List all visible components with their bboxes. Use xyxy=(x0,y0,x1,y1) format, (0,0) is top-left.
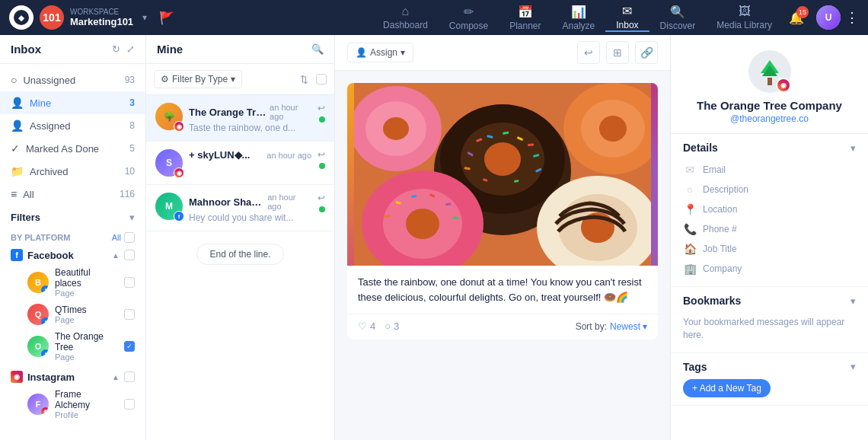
search-icon[interactable]: 🔍 xyxy=(311,43,324,55)
message-item-3[interactable]: M f Mahnoor Shamsi an hour ago Hey could… xyxy=(146,185,334,231)
refresh-icon[interactable]: ↻ xyxy=(112,43,120,55)
media-icon: 🖼 xyxy=(739,5,751,18)
sidebar-item-assigned[interactable]: 👤 Assigned 8 xyxy=(0,114,145,137)
orange-tree-checkbox[interactable]: ✓ xyxy=(124,341,135,352)
platform-all-checkbox[interactable]: All xyxy=(112,232,135,243)
all-checkbox[interactable] xyxy=(124,232,135,243)
link-button[interactable]: 🔗 xyxy=(635,41,658,64)
nav-inbox[interactable]: ✉ Inbox xyxy=(605,4,649,32)
discover-icon: 🔍 xyxy=(670,5,685,19)
details-title: Details xyxy=(683,142,718,154)
workspace-switcher[interactable]: 101 WORKSPACE Marketing101 ▾ xyxy=(40,5,147,30)
msg-time-2: an hour ago xyxy=(266,151,311,160)
nav-media[interactable]: 🖼 Media Library xyxy=(706,5,783,30)
msg-name-1: The Orange Tree... xyxy=(189,107,270,118)
page-qtimes[interactable]: Q f QTimes Page xyxy=(11,301,135,328)
fb-badge: f xyxy=(41,285,49,293)
page-frame-alchemy[interactable]: F ◉ Frame Alchemy Profile xyxy=(11,386,135,422)
reply-icon-3: ↩ xyxy=(318,193,325,203)
message-item-1[interactable]: 🌳 ◉ The Orange Tree... an hour ago Taste… xyxy=(146,95,334,142)
platform-group-instagram: ◉ Instagram ▲ F ◉ Frame Alchemy Profile xyxy=(11,368,135,422)
reply-button[interactable]: ↩ xyxy=(577,41,600,64)
status-dot-2 xyxy=(319,163,325,169)
details-section-header[interactable]: Details ▾ xyxy=(683,142,856,154)
description-icon: ○ xyxy=(683,183,697,196)
grid-view-button[interactable]: ⊞ xyxy=(606,41,629,64)
sort-icon[interactable]: ⇅ xyxy=(300,74,308,85)
like-reaction[interactable]: ♡ 4 xyxy=(358,320,375,332)
nav-analyze[interactable]: 📊 Analyze xyxy=(552,5,606,31)
orange-tree-page-info: The Orange Tree Page xyxy=(55,331,118,362)
tags-section-header[interactable]: Tags ▾ xyxy=(683,361,856,373)
comment-reaction[interactable]: ○ 3 xyxy=(385,320,399,332)
sidebar-item-mine[interactable]: 👤 Mine 3 xyxy=(0,91,145,114)
ig-badge: ◉ xyxy=(41,407,49,415)
nav-dashboard[interactable]: ⌂ Dashboard xyxy=(372,5,439,30)
msg-time-1: an hour ago xyxy=(270,103,311,121)
qtimes-checkbox[interactable] xyxy=(124,309,135,320)
facebook-group-header[interactable]: f Facebook ▲ xyxy=(11,246,135,264)
more-options-button[interactable]: ⋮ xyxy=(845,9,859,26)
frame-alchemy-checkbox[interactable] xyxy=(124,399,135,410)
message-item-2[interactable]: S ◉ + skyLUN◆... an hour ago ↩ xyxy=(146,142,334,185)
detail-email: ✉ Email xyxy=(683,160,856,180)
sidebar-item-all[interactable]: ≡ All 116 xyxy=(0,183,145,206)
facebook-checkbox[interactable] xyxy=(124,250,135,260)
instagram-group-header[interactable]: ◉ Instagram ▲ xyxy=(11,368,135,386)
platform-section: BY PLATFORM All f Facebook ▲ xyxy=(0,229,145,429)
sidebar-item-unassigned[interactable]: ○ Unassigned 93 xyxy=(0,69,145,91)
compose-icon: ✏ xyxy=(464,5,474,19)
nav-discover[interactable]: 🔍 Discover xyxy=(649,5,707,31)
dashboard-icon: ⌂ xyxy=(402,5,410,18)
nav-compose[interactable]: ✏ Compose xyxy=(439,5,499,31)
user-avatar[interactable]: U xyxy=(816,5,841,30)
filters-toggle[interactable]: Filters ▾ xyxy=(11,212,135,223)
tags-section: Tags ▾ + Add a New Tag xyxy=(671,353,868,406)
page-orange-tree[interactable]: O f The Orange Tree Page ✓ xyxy=(11,328,135,365)
message-list-actions: 🔍 xyxy=(311,43,324,55)
expand-icon[interactable]: ⤢ xyxy=(126,43,135,55)
ig-badge-1: ◉ xyxy=(174,121,184,132)
bookmarks-empty-text: Your bookmarked messages will appear her… xyxy=(683,313,856,345)
sidebar-item-marked-done[interactable]: ✓ Marked As Done 5 xyxy=(0,137,145,160)
beautiful-places-checkbox[interactable] xyxy=(124,277,135,288)
filter-by-type-button[interactable]: ⚙ Filter By Type ▾ xyxy=(154,70,242,88)
beautiful-places-avatar: B f xyxy=(27,272,49,293)
notification-bell[interactable]: 🔔 15 xyxy=(789,11,804,25)
nav-planner[interactable]: 📅 Planner xyxy=(499,5,551,31)
msg-preview-1: Taste the rainbow, one d... xyxy=(189,123,311,133)
bookmarks-section-header[interactable]: Bookmarks ▾ xyxy=(683,295,856,307)
phone-icon: 📞 xyxy=(683,223,697,235)
post-reactions: ♡ 4 ○ 3 xyxy=(358,320,399,332)
detail-phone: 📞 Phone # xyxy=(683,219,856,239)
facebook-icon: f xyxy=(11,249,23,261)
select-all-checkbox[interactable] xyxy=(316,74,327,84)
sort-chevron-icon: ▾ xyxy=(643,321,647,332)
instagram-chevron-icon: ▲ xyxy=(112,373,120,381)
message-list-title: Mine xyxy=(157,43,183,56)
jobtitle-icon: 🏠 xyxy=(683,243,697,255)
detail-location: 📍 Location xyxy=(683,199,856,219)
app-logo[interactable]: ◆ xyxy=(9,5,34,30)
instagram-checkbox[interactable] xyxy=(124,371,135,382)
notification-count: 15 xyxy=(796,6,809,18)
location-icon: 📍 xyxy=(683,203,697,215)
sidebar-item-archived[interactable]: 📁 Archived 10 xyxy=(0,160,145,183)
add-tag-button[interactable]: + Add a New Tag xyxy=(683,379,771,397)
assign-button[interactable]: 👤 Assign ▾ xyxy=(347,43,413,62)
nav-items: ⌂ Dashboard ✏ Compose 📅 Planner 📊 Analyz… xyxy=(372,4,783,32)
flag-icon[interactable]: 🚩 xyxy=(159,11,174,25)
facebook-chevron-icon: ▲ xyxy=(112,251,120,260)
post-footer: ♡ 4 ○ 3 Sort by: Newest ▾ xyxy=(347,314,658,340)
sort-dropdown[interactable]: Newest ▾ xyxy=(610,321,647,332)
page-beautiful-places[interactable]: B f Beautiful places Page xyxy=(11,264,135,301)
brand-logo-wrap: ◉ xyxy=(748,50,791,93)
frame-alchemy-avatar: F ◉ xyxy=(27,394,49,415)
filters-section: Filters ▾ xyxy=(0,206,145,229)
assigned-icon: 👤 xyxy=(11,120,24,132)
end-of-line-button[interactable]: End of the line. xyxy=(196,244,283,265)
bookmarks-title: Bookmarks xyxy=(683,295,741,307)
beautiful-places-info: Beautiful places Page xyxy=(55,267,118,298)
workspace-info: WORKSPACE Marketing101 xyxy=(70,8,133,27)
filter-icon: ⚙ xyxy=(161,74,169,84)
